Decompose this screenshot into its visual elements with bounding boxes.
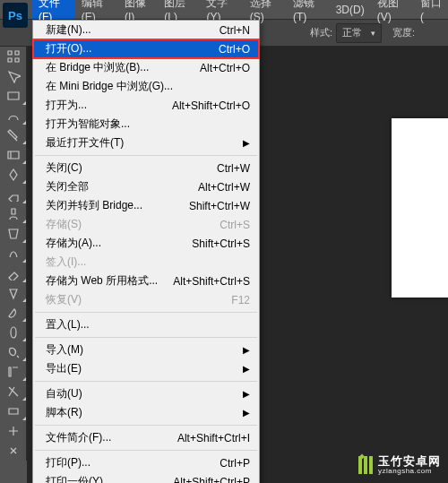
menu-item-label: 存储为(A)... bbox=[46, 236, 101, 251]
menu-item-label: 脚本(R) bbox=[46, 405, 82, 420]
eraser-tool[interactable] bbox=[0, 263, 27, 283]
menu-item-20[interactable]: 导出(E)▶ bbox=[33, 359, 259, 378]
menu-separator bbox=[35, 312, 257, 313]
menu-item-label: 存储(S) bbox=[46, 217, 82, 232]
brush-tool[interactable] bbox=[0, 204, 27, 224]
expand-icon[interactable] bbox=[0, 47, 27, 66]
menu-item-23[interactable]: 脚本(R)▶ bbox=[33, 403, 259, 422]
menu-item-label: 在 Bridge 中浏览(B)... bbox=[46, 60, 149, 75]
chevron-right-icon: ▶ bbox=[243, 138, 250, 148]
menu-1[interactable]: 编辑(E) bbox=[75, 0, 118, 19]
menu-item-5[interactable]: 打开为智能对象... bbox=[33, 115, 259, 134]
menu-item-label: 关闭全部 bbox=[46, 179, 89, 194]
menu-item-28[interactable]: 打印一份(Y)Alt+Shift+Ctrl+P bbox=[33, 472, 259, 483]
style-select[interactable]: 正常 ▾ bbox=[336, 23, 382, 43]
menu-7[interactable]: 3D(D) bbox=[330, 0, 371, 19]
menu-item-label: 存储为 Web 所用格式... bbox=[46, 273, 158, 289]
menu-item-label: 文件简介(F)... bbox=[46, 430, 111, 445]
hand-tool[interactable] bbox=[0, 421, 27, 441]
menubar: 文件(F)编辑(E)图像(I)图层(L)文字(Y)选择(S)滤镜(T)3D(D)… bbox=[0, 0, 448, 20]
menu-item-label: 签入(I)... bbox=[46, 254, 86, 270]
menu-item-label: 最近打开文件(T) bbox=[46, 135, 124, 151]
menu-item-label: 在 Mini Bridge 中浏览(G)... bbox=[46, 79, 173, 94]
chevron-down-icon: ▾ bbox=[371, 29, 375, 38]
lasso-tool[interactable] bbox=[0, 106, 27, 125]
wand-tool[interactable] bbox=[0, 125, 27, 145]
eyedropper-tool[interactable] bbox=[0, 165, 27, 185]
menu-item-label: 关闭(C) bbox=[46, 160, 82, 176]
menu-item-label: 恢复(V) bbox=[46, 292, 82, 307]
menu-item-shortcut: F12 bbox=[231, 294, 250, 306]
marquee-tool[interactable] bbox=[0, 86, 27, 106]
pen-tool[interactable] bbox=[0, 342, 27, 362]
zoom-tool[interactable] bbox=[0, 441, 27, 461]
watermark-icon bbox=[358, 456, 373, 474]
menu-item-6[interactable]: 最近打开文件(T)▶ bbox=[33, 134, 259, 152]
healing-tool[interactable] bbox=[0, 185, 27, 204]
menu-item-label: 打开为... bbox=[46, 98, 87, 113]
shape-tool[interactable] bbox=[0, 401, 27, 421]
menu-separator bbox=[35, 450, 257, 451]
menu-item-2[interactable]: 在 Bridge 中浏览(B)...Alt+Ctrl+O bbox=[33, 58, 259, 77]
menu-item-shortcut: Alt+Shift+Ctrl+O bbox=[172, 99, 250, 112]
menu-item-shortcut: Shift+Ctrl+W bbox=[189, 200, 250, 212]
menu-2[interactable]: 图像(I) bbox=[118, 0, 158, 19]
chevron-right-icon: ▶ bbox=[243, 408, 250, 418]
menu-item-12[interactable]: 存储为(A)...Shift+Ctrl+S bbox=[33, 234, 259, 253]
menu-item-9[interactable]: 关闭全部Alt+Ctrl+W bbox=[33, 177, 259, 196]
chevron-right-icon: ▶ bbox=[243, 345, 250, 355]
toolbox bbox=[0, 47, 27, 461]
crop-tool[interactable] bbox=[0, 145, 27, 165]
width-label: 宽度: bbox=[392, 26, 415, 39]
menu-item-label: 打开(O)... bbox=[46, 41, 91, 56]
menu-item-label: 打印一份(Y) bbox=[46, 474, 103, 483]
menu-item-label: 导入(M) bbox=[46, 342, 83, 358]
menu-item-shortcut: Alt+Shift+Ctrl+S bbox=[173, 275, 250, 288]
menu-item-label: 打开为智能对象... bbox=[46, 116, 130, 132]
menu-0[interactable]: 文件(F) bbox=[32, 0, 75, 19]
type-tool[interactable] bbox=[0, 362, 27, 382]
menu-item-14[interactable]: 存储为 Web 所用格式...Alt+Shift+Ctrl+S bbox=[33, 272, 259, 290]
menu-item-shortcut: Ctrl+N bbox=[220, 24, 250, 37]
menu-item-8[interactable]: 关闭(C)Ctrl+W bbox=[33, 159, 259, 177]
menu-5[interactable]: 选择(S) bbox=[244, 0, 287, 19]
menu-item-shortcut: Alt+Ctrl+W bbox=[198, 181, 250, 194]
menu-item-27[interactable]: 打印(P)...Ctrl+P bbox=[33, 453, 259, 472]
menu-item-19[interactable]: 导入(M)▶ bbox=[33, 341, 259, 359]
canvas-document[interactable] bbox=[392, 118, 448, 298]
menu-item-10[interactable]: 关闭并转到 Bridge...Shift+Ctrl+W bbox=[33, 196, 259, 215]
chevron-right-icon: ▶ bbox=[243, 389, 250, 399]
menu-item-0[interactable]: 新建(N)...Ctrl+N bbox=[33, 21, 259, 39]
menu-item-shortcut: Alt+Ctrl+O bbox=[200, 62, 250, 74]
menu-item-shortcut: Ctrl+S bbox=[220, 219, 250, 231]
style-label: 样式: bbox=[310, 26, 332, 39]
menu-item-22[interactable]: 自动(U)▶ bbox=[33, 384, 259, 403]
menu-item-label: 置入(L)... bbox=[46, 317, 90, 332]
path-tool[interactable] bbox=[0, 382, 27, 401]
menu-item-25[interactable]: 文件简介(F)...Alt+Shift+Ctrl+I bbox=[33, 428, 259, 447]
menu-item-15: 恢复(V)F12 bbox=[33, 290, 259, 309]
menu-6[interactable]: 滤镜(T) bbox=[287, 0, 330, 19]
blur-tool[interactable] bbox=[0, 303, 27, 323]
menu-8[interactable]: 视图(V) bbox=[371, 0, 414, 19]
ps-logo: Ps bbox=[3, 3, 28, 28]
menu-9[interactable]: 窗口( bbox=[414, 0, 448, 19]
move-tool[interactable] bbox=[0, 66, 27, 86]
menu-item-3[interactable]: 在 Mini Bridge 中浏览(G)... bbox=[33, 77, 259, 96]
menu-4[interactable]: 文字(Y) bbox=[200, 0, 243, 19]
menu-item-1[interactable]: 打开(O)...Ctrl+O bbox=[33, 39, 259, 58]
menu-item-label: 关闭并转到 Bridge... bbox=[46, 198, 142, 213]
gradient-tool[interactable] bbox=[0, 283, 27, 303]
menu-item-17[interactable]: 置入(L)... bbox=[33, 315, 259, 334]
menu-item-shortcut: Ctrl+P bbox=[220, 457, 250, 470]
dodge-tool[interactable] bbox=[0, 323, 27, 342]
menu-item-4[interactable]: 打开为...Alt+Shift+Ctrl+O bbox=[33, 96, 259, 115]
menu-3[interactable]: 图层(L) bbox=[158, 0, 200, 19]
menu-separator bbox=[35, 381, 257, 382]
style-value: 正常 bbox=[342, 26, 362, 39]
menu-item-13: 签入(I)... bbox=[33, 253, 259, 272]
menu-item-shortcut: Alt+Shift+Ctrl+I bbox=[177, 432, 250, 444]
history-brush-tool[interactable] bbox=[0, 244, 27, 263]
stamp-tool[interactable] bbox=[0, 224, 27, 244]
file-menu-dropdown: 新建(N)...Ctrl+N打开(O)...Ctrl+O在 Bridge 中浏览… bbox=[32, 20, 260, 483]
